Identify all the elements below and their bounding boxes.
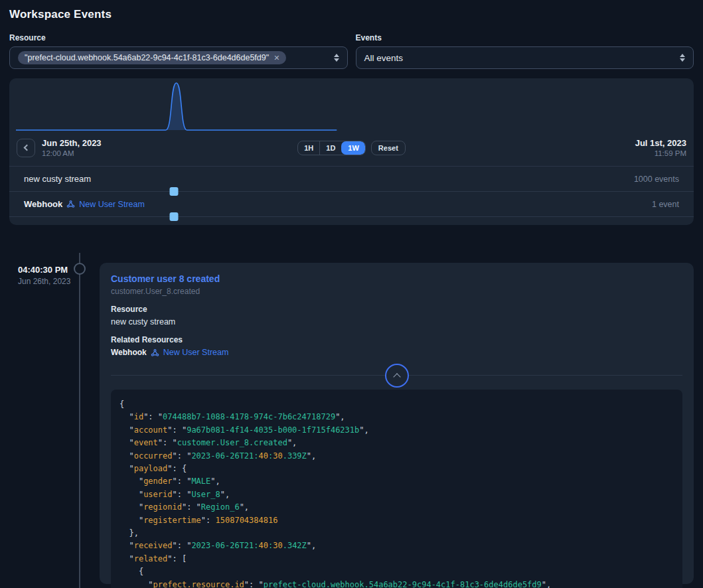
event-detail-card: Customer user 8 created customer.User_8.… <box>100 263 694 584</box>
resource-field-label: Resource <box>111 305 682 314</box>
resource-chip-label: "prefect-cloud.webhook.54a6ab22-9c94-4c1… <box>25 53 269 62</box>
event-title-link[interactable]: Customer user 8 created <box>111 273 682 284</box>
chevron-up-icon <box>393 373 400 380</box>
event-json-payload[interactable]: { "id": "074488b7-1088-4178-974c-7b6c247… <box>111 390 682 588</box>
occurrence-time: 04:40:30 PM <box>18 265 70 275</box>
related-role: Webhook <box>111 348 147 357</box>
stream-label: new custy stream <box>24 174 91 184</box>
range-start-date: Jun 25th, 2023 <box>42 138 102 148</box>
stream-role-label: Webhook <box>24 199 62 209</box>
event-name: customer.User_8.created <box>111 287 682 296</box>
chevron-updown-icon <box>680 54 685 62</box>
range-1d-button[interactable]: 1D <box>319 141 341 155</box>
timeline-node <box>74 263 86 275</box>
webhook-icon <box>151 348 159 357</box>
range-1h-button[interactable]: 1H <box>298 141 319 155</box>
occurrence-date: Jun 26th, 2023 <box>18 277 70 286</box>
related-resource-link[interactable]: New User Stream <box>163 348 229 357</box>
chevron-left-icon <box>23 145 30 151</box>
events-select-value: All events <box>364 53 404 63</box>
occurrence-timeline: 04:40:30 PM Jun 26th, 2023 Customer user… <box>0 234 703 588</box>
chevron-updown-icon <box>334 54 339 62</box>
chart-controls: Jun 25th, 2023 12:00 AM 1H 1D 1W Reset J… <box>9 134 694 157</box>
stream-event-count: 1000 events <box>634 175 679 184</box>
event-marker[interactable] <box>169 212 178 221</box>
chip-remove-icon[interactable]: ✕ <box>273 54 279 62</box>
page-title: Workspace Events <box>9 8 694 21</box>
resource-filter-label: Resource <box>9 33 348 42</box>
payload-divider <box>111 375 682 376</box>
events-select[interactable]: All events <box>356 46 694 69</box>
range-end-date: Jul 1st, 2023 <box>406 138 686 148</box>
related-resources-label: Related Resources <box>111 335 682 344</box>
filter-bar: Resource "prefect-cloud.webhook.54a6ab22… <box>0 33 703 69</box>
stream-row-new-custy-stream: new custy stream 1000 events <box>9 167 694 192</box>
stream-event-count: 1 event <box>652 200 679 209</box>
events-filter-label: Events <box>356 33 694 42</box>
range-start-time: 12:00 AM <box>42 149 102 157</box>
range-1w-button[interactable]: 1W <box>341 141 365 155</box>
timeline-line <box>79 253 80 588</box>
webhook-icon <box>66 200 75 208</box>
resource-chip: "prefect-cloud.webhook.54a6ab22-9c94-4c1… <box>18 51 286 64</box>
collapse-button[interactable] <box>385 364 409 388</box>
range-end-time: 11:59 PM <box>406 149 686 157</box>
reset-button[interactable]: Reset <box>371 141 406 155</box>
range-button-group: 1H 1D 1W <box>297 141 366 155</box>
stream-row-webhook: Webhook New User Stream 1 event <box>9 192 694 217</box>
resource-field-value: new custy stream <box>111 317 682 327</box>
previous-range-button[interactable] <box>17 139 35 157</box>
events-chart-card: Jun 25th, 2023 12:00 AM 1H 1D 1W Reset J… <box>9 78 694 225</box>
events-histogram-chart[interactable] <box>9 78 694 134</box>
stream-list: new custy stream 1000 events Webhook New… <box>9 166 694 225</box>
resource-select[interactable]: "prefect-cloud.webhook.54a6ab22-9c94-4c1… <box>9 46 348 69</box>
stream-resource-link[interactable]: New User Stream <box>79 200 145 209</box>
